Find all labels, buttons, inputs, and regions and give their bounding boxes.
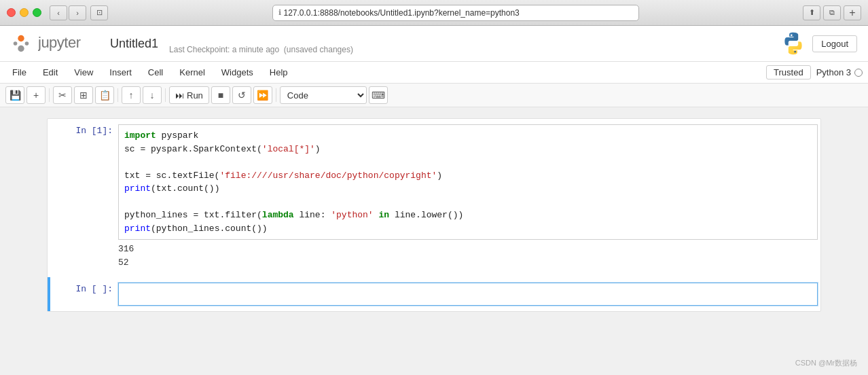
run-label: Run	[187, 90, 203, 101]
cell-1: In [1]: import pyspark sc = pyspark.Spar…	[48, 119, 820, 277]
menu-items: File Edit View Insert Cell Kernel Widget…	[5, 65, 295, 80]
address-bar[interactable]: ℹ 127.0.0.1:8888/notebooks/Untitled1.ipy…	[272, 5, 639, 21]
cell-type-select[interactable]: Code Markdown Raw NBConvert Heading	[280, 86, 367, 104]
output-line-2: 52	[118, 256, 818, 270]
menu-bar: File Edit View Insert Cell Kernel Widget…	[0, 62, 868, 84]
url-text: 127.0.0.1:8888/notebooks/Untitled1.ipynb…	[284, 8, 520, 18]
python-logo-icon	[781, 31, 806, 56]
jupyter-brand-label: jupyter	[38, 31, 99, 56]
add-cell-button[interactable]: +	[26, 86, 46, 104]
menu-cell[interactable]: Cell	[141, 65, 170, 80]
svg-point-6	[795, 51, 797, 53]
cell-1-code[interactable]: import pyspark sc = pyspark.SparkContext…	[118, 124, 818, 240]
menu-file[interactable]: File	[5, 65, 33, 80]
kernel-status-indicator	[854, 69, 863, 77]
traffic-lights	[7, 8, 41, 17]
maximize-window-button[interactable]	[33, 8, 41, 17]
move-down-button[interactable]: ↓	[143, 86, 162, 104]
restart-run-button[interactable]: ⏩	[253, 86, 272, 104]
code-keyword: import	[124, 130, 156, 141]
output-line-1: 316	[118, 243, 818, 256]
logout-button[interactable]: Logout	[812, 35, 857, 52]
run-button[interactable]: ⏭ Run	[169, 86, 209, 104]
header-right: Logout	[781, 31, 857, 56]
cell-1-output: 316 52	[118, 240, 818, 272]
toolbar-actions: ⬆ ⧉ +	[803, 5, 861, 20]
cell-2-content	[118, 280, 820, 308]
menu-kernel[interactable]: Kernel	[173, 65, 212, 80]
menu-edit[interactable]: Edit	[36, 65, 65, 80]
jupyter-header: jupyter Untitled1 Last Checkpoint: a min…	[0, 26, 868, 62]
toolbar-separator-2	[117, 88, 118, 102]
logo-area: jupyter Untitled1 Last Checkpoint: a min…	[11, 31, 353, 56]
svg-point-5	[791, 35, 793, 37]
close-window-button[interactable]	[7, 8, 16, 17]
browser-nav: ‹ ›	[50, 5, 86, 20]
run-icon: ⏭	[175, 90, 184, 101]
toolbar: 💾 + ✂ ⊞ 📋 ↑ ↓ ⏭ Run ■ ↺ ⏩ Code Markdown …	[0, 84, 868, 107]
info-icon: ℹ	[278, 8, 281, 17]
menu-insert[interactable]: Insert	[103, 65, 139, 80]
restart-button[interactable]: ↺	[232, 86, 251, 104]
menu-widgets[interactable]: Widgets	[215, 65, 260, 80]
back-button[interactable]: ‹	[50, 5, 67, 20]
cut-button[interactable]: ✂	[53, 86, 72, 104]
toolbar-separator-4	[276, 88, 276, 102]
share-button[interactable]: ⬆	[803, 5, 820, 20]
jupyter-logo-icon	[11, 33, 31, 54]
forward-button[interactable]: ›	[69, 5, 86, 20]
notebook-title[interactable]: Untitled1	[110, 37, 158, 51]
kernel-indicator: Python 3	[816, 67, 863, 77]
save-button[interactable]: 💾	[5, 86, 24, 104]
menu-view[interactable]: View	[67, 65, 100, 80]
notebook: In [1]: import pyspark sc = pyspark.Spar…	[47, 118, 821, 312]
address-bar-area: ℹ 127.0.0.1:8888/notebooks/Untitled1.ipy…	[108, 5, 803, 21]
menu-help[interactable]: Help	[263, 65, 295, 80]
trusted-button[interactable]: Trusted	[766, 65, 811, 79]
arrange-button[interactable]: ⧉	[823, 5, 841, 20]
minimize-window-button[interactable]	[20, 8, 29, 17]
toolbar-separator-3	[165, 88, 166, 102]
svg-point-3	[25, 41, 29, 46]
toolbar-separator-1	[49, 88, 50, 102]
title-bar: ‹ › ⊡ ℹ 127.0.0.1:8888/notebooks/Untitle…	[0, 0, 868, 26]
kernel-name: Python 3	[816, 67, 851, 77]
stop-button[interactable]: ■	[211, 86, 230, 104]
reader-view-button[interactable]: ⊡	[90, 5, 108, 20]
cell-1-content: import pyspark sc = pyspark.SparkContext…	[118, 122, 820, 274]
keyboard-shortcuts-button[interactable]: ⌨	[369, 86, 388, 104]
main-content: In [1]: import pyspark sc = pyspark.Spar…	[0, 107, 868, 372]
svg-point-2	[14, 41, 18, 46]
menu-right: Trusted Python 3	[766, 65, 863, 79]
cell-1-prompt: In [1]:	[50, 122, 118, 274]
cell-2-prompt: In [ ]:	[50, 280, 118, 308]
svg-point-1	[18, 46, 24, 52]
cell-2-code[interactable]	[118, 283, 818, 306]
paste-button[interactable]: 📋	[95, 86, 114, 104]
watermark: CSDN @Mr数据杨	[795, 358, 857, 368]
move-up-button[interactable]: ↑	[122, 86, 141, 104]
svg-text:jupyter: jupyter	[38, 34, 81, 51]
cell-2: In [ ]:	[48, 277, 820, 311]
new-tab-button[interactable]: +	[844, 5, 861, 20]
checkpoint-info: Last Checkpoint: a minute ago (unsaved c…	[169, 45, 353, 56]
jupyter-wordmark: jupyter	[38, 31, 99, 52]
copy-button[interactable]: ⊞	[74, 86, 93, 104]
